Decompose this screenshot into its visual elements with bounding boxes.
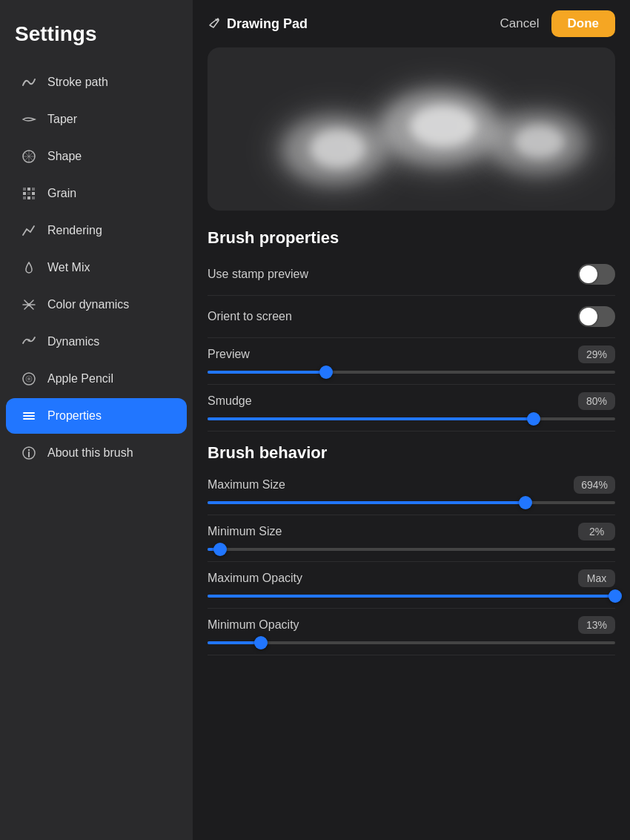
sidebar-item-stroke-path[interactable]: Stroke path xyxy=(6,65,187,100)
use-stamp-preview-row: Use stamp preview xyxy=(208,254,615,296)
sidebar-item-label: Dynamics xyxy=(47,335,99,348)
maximum-opacity-slider-header: Maximum Opacity Max xyxy=(208,569,615,587)
grain-icon xyxy=(21,185,37,202)
sidebar-item-label: Color dynamics xyxy=(47,298,129,311)
orient-to-screen-toggle[interactable] xyxy=(578,306,615,327)
minimum-opacity-value: 13% xyxy=(578,616,615,634)
sidebar-title: Settings xyxy=(0,15,193,64)
color-dynamics-icon xyxy=(21,297,37,313)
drawing-pad-icon xyxy=(208,16,221,32)
maximum-opacity-slider-fill xyxy=(208,595,615,598)
minimum-size-value: 2% xyxy=(578,523,615,540)
svg-point-11 xyxy=(27,339,30,342)
minimum-size-slider-header: Minimum Size 2% xyxy=(208,523,615,540)
header-actions: Cancel Done xyxy=(500,10,615,37)
minimum-size-slider-thumb[interactable] xyxy=(213,543,227,556)
preview-value: 29% xyxy=(578,345,615,363)
svg-point-10 xyxy=(27,303,30,306)
maximum-opacity-slider-row: Maximum Opacity Max xyxy=(208,562,615,609)
shape-icon xyxy=(21,148,37,165)
brush-behavior-title: Brush behavior xyxy=(208,443,615,463)
cancel-button[interactable]: Cancel xyxy=(500,16,540,31)
svg-point-20 xyxy=(28,449,30,451)
content-area: Brush properties Use stamp preview Orien… xyxy=(193,225,630,655)
header-left: Drawing Pad xyxy=(208,16,308,32)
sidebar-item-label: Shape xyxy=(47,150,82,163)
maximum-size-slider-header: Maximum Size 694% xyxy=(208,476,615,494)
sidebar-item-label: About this brush xyxy=(47,446,133,460)
maximum-size-slider-track[interactable] xyxy=(208,501,615,504)
maximum-size-value: 694% xyxy=(574,476,615,494)
svg-rect-3 xyxy=(32,188,35,191)
brush-properties-title: Brush properties xyxy=(208,228,615,248)
smudge-slider-fill xyxy=(208,417,534,420)
preview-slider-header: Preview 29% xyxy=(208,345,615,363)
sidebar-item-label: Apple Pencil xyxy=(47,372,113,386)
svg-rect-6 xyxy=(32,192,35,195)
properties-icon xyxy=(21,408,37,424)
preview-slider-thumb[interactable] xyxy=(319,366,333,379)
svg-rect-5 xyxy=(27,192,30,195)
svg-rect-4 xyxy=(23,192,26,195)
svg-rect-9 xyxy=(32,196,35,199)
minimum-size-slider-row: Minimum Size 2% xyxy=(208,515,615,562)
sidebar-item-label: Grain xyxy=(47,187,76,200)
header: Drawing Pad Cancel Done xyxy=(193,0,630,47)
minimum-opacity-slider-track[interactable] xyxy=(208,641,615,644)
svg-point-29 xyxy=(514,125,564,159)
main-content: Drawing Pad Cancel Done xyxy=(193,0,630,840)
use-stamp-preview-label: Use stamp preview xyxy=(208,268,308,281)
smudge-slider-thumb[interactable] xyxy=(527,412,540,426)
taper-icon xyxy=(21,111,37,128)
minimum-size-label: Minimum Size xyxy=(208,525,282,538)
sidebar-item-label: Wet Mix xyxy=(47,261,90,274)
sidebar-item-wet-mix[interactable]: Wet Mix xyxy=(6,250,187,285)
sidebar-item-label: Rendering xyxy=(47,224,102,237)
sidebar-item-properties[interactable]: Properties xyxy=(6,398,187,434)
minimum-opacity-slider-fill xyxy=(208,641,261,644)
preview-slider-row: Preview 29% xyxy=(208,338,615,385)
sidebar-item-apple-pencil[interactable]: Apple Pencil xyxy=(6,361,187,397)
smudge-slider-row: Smudge 80% xyxy=(208,385,615,431)
svg-point-28 xyxy=(409,105,477,148)
sidebar-item-color-dynamics[interactable]: Color dynamics xyxy=(6,287,187,323)
sidebar-item-rendering[interactable]: Rendering xyxy=(6,213,187,248)
sidebar-item-dynamics[interactable]: Dynamics xyxy=(6,324,187,360)
svg-point-27 xyxy=(310,129,366,168)
smudge-label: Smudge xyxy=(208,394,252,408)
maximum-opacity-label: Maximum Opacity xyxy=(208,572,302,585)
minimum-opacity-slider-header: Minimum Opacity 13% xyxy=(208,616,615,634)
rendering-icon xyxy=(21,222,37,239)
preview-slider-track[interactable] xyxy=(208,371,615,374)
preview-slider-fill xyxy=(208,371,326,374)
sidebar-item-taper[interactable]: Taper xyxy=(6,102,187,137)
maximum-opacity-value: Max xyxy=(578,569,615,587)
done-button[interactable]: Done xyxy=(551,10,616,37)
maximum-opacity-slider-thumb[interactable] xyxy=(609,589,622,603)
stroke-path-icon xyxy=(21,74,37,90)
svg-point-14 xyxy=(27,377,30,380)
sidebar: Settings Stroke path Taper Shape xyxy=(0,0,193,840)
minimum-opacity-label: Minimum Opacity xyxy=(208,618,299,632)
apple-pencil-icon xyxy=(21,371,37,387)
maximum-size-slider-thumb[interactable] xyxy=(519,496,532,509)
sidebar-item-label: Stroke path xyxy=(47,76,108,89)
maximum-opacity-slider-track[interactable] xyxy=(208,595,615,598)
minimum-opacity-slider-thumb[interactable] xyxy=(254,636,268,649)
wet-mix-icon xyxy=(21,259,37,276)
maximum-size-slider-fill xyxy=(208,501,525,504)
maximum-size-label: Maximum Size xyxy=(208,478,285,492)
orient-to-screen-label: Orient to screen xyxy=(208,310,292,323)
svg-rect-7 xyxy=(23,196,26,199)
orient-to-screen-row: Orient to screen xyxy=(208,296,615,338)
svg-rect-8 xyxy=(27,196,30,199)
minimum-size-slider-track[interactable] xyxy=(208,548,615,551)
sidebar-item-grain[interactable]: Grain xyxy=(6,176,187,211)
brush-stroke-svg xyxy=(208,47,615,211)
use-stamp-preview-toggle[interactable] xyxy=(578,264,615,285)
sidebar-item-shape[interactable]: Shape xyxy=(6,139,187,174)
smudge-slider-track[interactable] xyxy=(208,417,615,420)
svg-rect-1 xyxy=(23,188,26,191)
about-icon xyxy=(21,445,37,461)
sidebar-item-about[interactable]: About this brush xyxy=(6,435,187,471)
